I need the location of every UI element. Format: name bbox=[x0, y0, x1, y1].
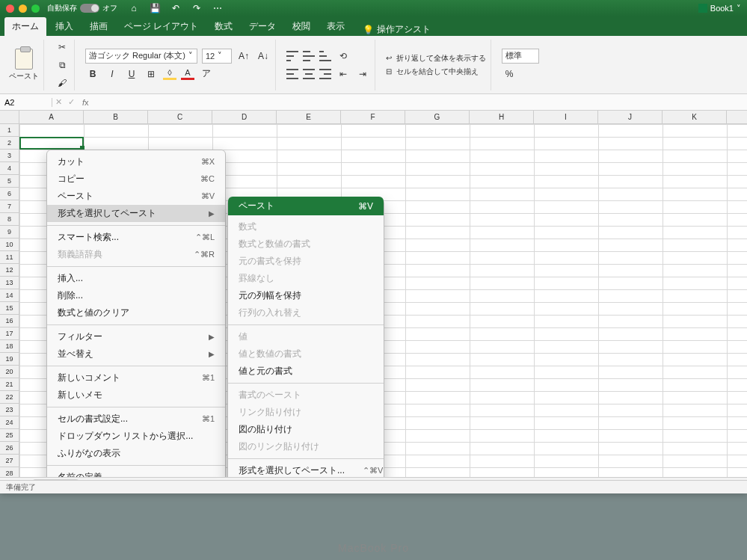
zoom-icon[interactable] bbox=[31, 4, 40, 13]
tab-draw[interactable]: 描画 bbox=[82, 17, 115, 36]
font-name-select[interactable]: 游ゴシック Regular (本文)˅ bbox=[85, 49, 197, 64]
row-header[interactable]: 21 bbox=[0, 378, 19, 391]
row-header[interactable]: 27 bbox=[0, 455, 19, 467]
tab-formulas[interactable]: 数式 bbox=[207, 17, 240, 36]
italic-button[interactable]: I bbox=[105, 67, 120, 81]
decrease-indent-icon[interactable]: ⇤ bbox=[336, 67, 351, 81]
border-button[interactable]: ⊞ bbox=[144, 67, 159, 81]
tab-home[interactable]: ホーム bbox=[4, 17, 46, 36]
menu-item[interactable]: フィルター▶ bbox=[47, 328, 225, 345]
row-header[interactable]: 13 bbox=[0, 277, 19, 289]
select-all-corner[interactable] bbox=[0, 111, 19, 123]
copy-icon[interactable]: ⧉ bbox=[55, 58, 70, 73]
menu-item[interactable]: コピー⌘C bbox=[47, 170, 225, 188]
row-header[interactable]: 3 bbox=[0, 150, 19, 162]
redo-icon[interactable]: ↷ bbox=[189, 1, 204, 16]
row-header[interactable]: 4 bbox=[0, 162, 19, 175]
menu-item[interactable]: 図の貼り付け bbox=[228, 421, 384, 438]
cells-area[interactable]: カット⌘Xコピー⌘Cペースト⌘V形式を選択してペースト▶スマート検索...⌃⌘L… bbox=[19, 124, 747, 477]
column-header[interactable]: A bbox=[19, 111, 84, 123]
menu-item[interactable]: 挿入... bbox=[47, 270, 225, 287]
menu-item[interactable]: カット⌘X bbox=[47, 153, 225, 170]
column-header[interactable]: C bbox=[148, 111, 212, 123]
increase-indent-icon[interactable]: ⇥ bbox=[355, 67, 370, 81]
context-menu[interactable]: カット⌘Xコピー⌘Cペースト⌘V形式を選択してペースト▶スマート検索...⌃⌘L… bbox=[46, 150, 226, 477]
align-middle-icon[interactable] bbox=[303, 51, 315, 61]
tab-view[interactable]: 表示 bbox=[319, 17, 352, 36]
row-header[interactable]: 17 bbox=[0, 327, 19, 340]
percent-button[interactable]: % bbox=[502, 67, 517, 81]
menu-item[interactable]: 値と元の書式 bbox=[228, 363, 384, 380]
active-cell[interactable] bbox=[19, 137, 84, 150]
close-icon[interactable] bbox=[6, 4, 14, 13]
paste-special-submenu[interactable]: ペースト⌘V数式数式と数値の書式元の書式を保持罫線なし元の列幅を保持行列の入れ替… bbox=[227, 199, 384, 477]
bold-button[interactable]: B bbox=[85, 67, 100, 81]
row-header[interactable]: 6 bbox=[0, 188, 19, 200]
tab-data[interactable]: データ bbox=[242, 17, 283, 36]
fx-icon[interactable]: fx bbox=[78, 98, 93, 107]
menu-item[interactable]: 削除... bbox=[47, 287, 225, 304]
row-header[interactable]: 26 bbox=[0, 442, 19, 455]
decrease-font-icon[interactable]: A↓ bbox=[256, 49, 271, 64]
row-header[interactable]: 2 bbox=[0, 137, 19, 150]
more-icon[interactable]: ⋯ bbox=[210, 1, 225, 16]
column-header[interactable]: H bbox=[470, 111, 534, 123]
row-header[interactable]: 9 bbox=[0, 226, 19, 239]
menu-item[interactable]: 新しいメモ bbox=[47, 387, 225, 404]
column-header[interactable]: F bbox=[341, 111, 405, 123]
chevron-down-icon[interactable]: ˅ bbox=[737, 4, 741, 13]
menu-item[interactable]: 元の列幅を保持 bbox=[228, 287, 384, 304]
wrap-text-button[interactable]: ↩折り返して全体を表示する bbox=[386, 53, 486, 64]
menu-item[interactable]: 数式と値のクリア bbox=[47, 304, 225, 321]
phonetic-button[interactable]: ア bbox=[199, 67, 214, 81]
tell-me[interactable]: 💡 操作アシスト bbox=[363, 23, 431, 36]
cancel-icon[interactable]: ✕ bbox=[52, 97, 65, 107]
format-painter-icon[interactable]: 🖌 bbox=[55, 76, 70, 90]
autosave-switch[interactable] bbox=[80, 4, 99, 13]
tab-insert[interactable]: 挿入 bbox=[48, 17, 81, 36]
row-header[interactable]: 1 bbox=[0, 124, 19, 137]
column-header[interactable]: K bbox=[663, 111, 727, 123]
menu-item[interactable]: ペースト⌘V bbox=[47, 188, 225, 205]
cut-icon[interactable]: ✂ bbox=[55, 40, 70, 55]
align-left-icon[interactable] bbox=[286, 69, 298, 79]
column-header[interactable]: I bbox=[534, 111, 598, 123]
row-header[interactable]: 10 bbox=[0, 239, 19, 251]
fill-color-button[interactable]: ◊ bbox=[163, 68, 176, 80]
tab-page-layout[interactable]: ページ レイアウト bbox=[117, 17, 206, 36]
menu-item[interactable]: 新しいコメント⌘1 bbox=[47, 369, 225, 387]
column-header[interactable]: E bbox=[277, 111, 341, 123]
column-header[interactable]: B bbox=[84, 111, 148, 123]
row-header[interactable]: 23 bbox=[0, 404, 19, 416]
align-top-icon[interactable] bbox=[286, 51, 298, 61]
row-header[interactable]: 20 bbox=[0, 366, 19, 378]
row-header[interactable]: 28 bbox=[0, 467, 19, 477]
menu-item[interactable]: 形式を選択してペースト▶ bbox=[47, 205, 225, 222]
number-format-select[interactable]: 標準 bbox=[502, 49, 539, 64]
row-header[interactable]: 19 bbox=[0, 353, 19, 366]
row-header[interactable]: 15 bbox=[0, 302, 19, 315]
menu-item[interactable]: ふりがなの表示 bbox=[47, 445, 225, 462]
row-header[interactable]: 16 bbox=[0, 315, 19, 327]
align-right-icon[interactable] bbox=[319, 69, 331, 79]
row-header[interactable]: 24 bbox=[0, 416, 19, 429]
submenu-header[interactable]: ペースト⌘V bbox=[228, 197, 384, 215]
home-icon[interactable]: ⌂ bbox=[126, 1, 141, 16]
row-header[interactable]: 11 bbox=[0, 251, 19, 264]
row-header[interactable]: 25 bbox=[0, 429, 19, 442]
name-box[interactable]: A2 bbox=[0, 98, 52, 107]
tab-review[interactable]: 校閲 bbox=[285, 17, 318, 36]
row-header[interactable]: 5 bbox=[0, 175, 19, 188]
row-header[interactable]: 22 bbox=[0, 391, 19, 404]
enter-icon[interactable]: ✓ bbox=[65, 97, 78, 107]
row-header[interactable]: 12 bbox=[0, 264, 19, 277]
paste-button[interactable]: ペースト bbox=[9, 49, 39, 81]
column-header[interactable]: D bbox=[212, 111, 277, 123]
menu-item[interactable]: 形式を選択してペースト...⌃⌘V bbox=[228, 462, 384, 477]
menu-item[interactable]: ドロップダウン リストから選択... bbox=[47, 428, 225, 445]
window-controls[interactable] bbox=[6, 4, 40, 13]
column-header[interactable]: G bbox=[405, 111, 470, 123]
undo-icon[interactable]: ↶ bbox=[168, 1, 183, 16]
menu-item[interactable]: 名前の定義... bbox=[47, 469, 225, 477]
menu-item[interactable]: セルの書式設定...⌘1 bbox=[47, 410, 225, 428]
